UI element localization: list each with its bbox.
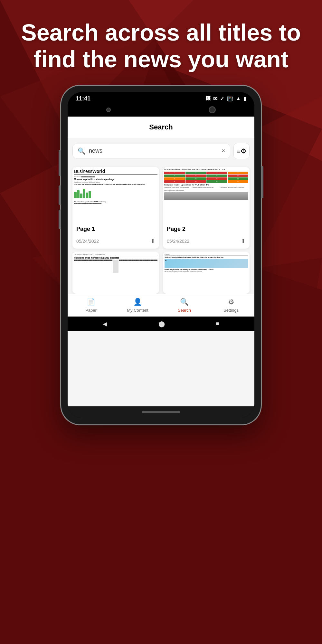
battery-icon: ▮	[243, 96, 246, 102]
nav-label-settings: Settings	[223, 308, 239, 313]
photo-icon: 🖼	[205, 96, 211, 101]
clear-button[interactable]: ×	[222, 147, 225, 154]
front-camera	[209, 106, 216, 113]
card-footer-1: 05/24/2022 ⬆	[72, 238, 159, 249]
front-sensor	[106, 108, 111, 112]
nav-item-search[interactable]: 🔍 Search	[161, 294, 208, 317]
card-date-2: 05/24/2022	[167, 239, 189, 244]
nav-item-settings[interactable]: ⚙ Settings	[208, 294, 254, 317]
check-icon: ✓	[220, 96, 224, 102]
recent-button[interactable]: ■	[216, 320, 219, 327]
home-indicator	[68, 406, 254, 418]
card-date-1: 05/24/2022	[76, 239, 99, 244]
mycontent-icon: 👤	[133, 298, 142, 306]
search-input-wrapper[interactable]: 🔍 news ×	[72, 144, 230, 158]
nav-label-search: Search	[178, 308, 191, 313]
status-icons: 🖼 ✉ ✓ 📳 ▲ ▮	[205, 96, 246, 102]
hero-title: Search across all titles to find the new…	[19, 19, 303, 73]
filter-button[interactable]: ≡⚙	[233, 143, 250, 159]
search-area: 🔍 news × ≡⚙	[68, 138, 254, 164]
search-nav-icon: 🔍	[180, 298, 189, 306]
status-bar: 11:41 🖼 ✉ ✓ 📳 ▲ ▮	[68, 92, 254, 105]
bottom-nav: 📄 Paper 👤 My Content 🔍 Search ⚙ Settings	[68, 294, 254, 317]
mail-icon: ✉	[213, 96, 217, 102]
settings-icon: ⚙	[228, 298, 234, 306]
result-card-1[interactable]: BusinessWorld Stock table row ██████████…	[72, 167, 159, 249]
nav-label-paper: Paper	[85, 308, 97, 313]
card-image-1: BusinessWorld Stock table row ██████████…	[72, 167, 159, 222]
paper-icon: 📄	[87, 298, 95, 306]
card-info-2: Page 2	[163, 222, 250, 238]
camera-row	[68, 105, 254, 117]
back-button[interactable]: ◀	[103, 320, 107, 327]
phone-mockup: 11:41 🖼 ✉ ✓ 📳 ▲ ▮ Search	[61, 86, 261, 424]
nav-item-paper[interactable]: 📄 Paper	[68, 294, 114, 317]
card-footer-2: 05/24/2022 ⬆	[163, 238, 250, 249]
app-screen: Search 🔍 news × ≡⚙	[68, 117, 254, 406]
app-header: Search	[68, 117, 254, 138]
card-image-2: | Corporate News | Philippine Stock Exch…	[163, 167, 250, 222]
search-input[interactable]: news	[89, 147, 218, 154]
result-card-3[interactable]: | Property & Infrastructure | Corporate …	[72, 252, 159, 294]
vibrate-icon: 📳	[227, 96, 233, 102]
page-label-1: Page 1	[76, 226, 155, 232]
app-title: Search	[149, 123, 173, 131]
nav-label-mycontent: My Content	[127, 308, 148, 313]
share-button-2[interactable]: ⬆	[241, 238, 246, 245]
result-card-2[interactable]: | Corporate News | Philippine Stock Exch…	[163, 167, 250, 249]
result-card-4[interactable]: | World | Sri Lankan medicine shortage a…	[163, 252, 250, 294]
nav-item-mycontent[interactable]: 👤 My Content	[114, 294, 161, 317]
share-button-1[interactable]: ⬆	[150, 238, 155, 245]
wifi-icon: ▲	[236, 96, 241, 101]
page-label-2: Page 2	[167, 226, 246, 232]
results-grid: BusinessWorld Stock table row ██████████…	[68, 164, 254, 252]
search-icon: 🔍	[78, 147, 86, 155]
home-bar	[142, 411, 180, 413]
android-nav: ◀ ⬤ ■	[68, 317, 254, 331]
filter-icon: ≡⚙	[237, 147, 246, 155]
partial-results-row: | Property & Infrastructure | Corporate …	[68, 252, 254, 294]
home-button[interactable]: ⬤	[158, 320, 165, 327]
card-info-1: Page 1	[72, 222, 159, 238]
time: 11:41	[76, 95, 90, 102]
